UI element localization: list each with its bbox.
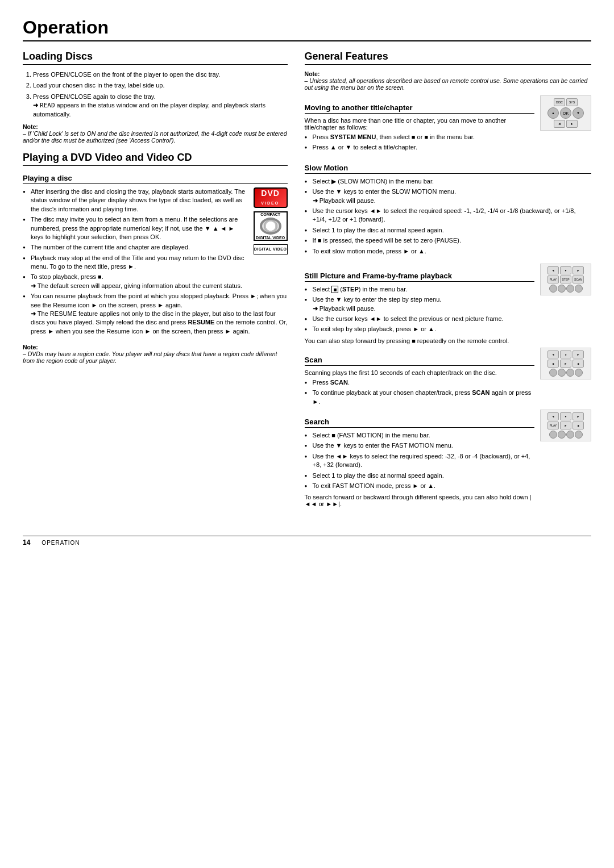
still-remote-circle2 [558,285,566,293]
search-remote-btn2: ▼ [560,412,571,420]
playing-disc-bullet-6: You can resume playback from the point a… [23,292,288,336]
still-extra: You can also step forward by pressing ■ … [305,337,534,344]
search-remote-graphic: ◄ ▼ ► PLAY ► ■ [540,410,591,441]
search-remote-circle3 [566,431,574,439]
search-bullets: Select ■ (FAST MOTION) in the menu bar. … [305,431,534,490]
playing-disc-subtitle: Playing a disc [23,174,288,184]
page-title: Operation [23,17,591,41]
moving-title-section: Moving to another title/chapter When a d… [305,95,591,156]
footer-page-number: 14 [23,539,30,546]
still-remote-btn2: ▼ [560,266,571,274]
still-remote-graphic: ◄ ▼ ► PLAY STEP SCAN [540,264,591,295]
search-remote-btn4: PLAY [547,422,559,429]
scan-remote-btn6: ■ [572,360,584,368]
left-column: Loading Discs Press OPEN/CLOSE on the fr… [23,51,288,519]
general-features-note: Note: – Unless stated, all operations de… [305,70,591,91]
playing-disc-bullet-3: The number of the current title and chap… [23,243,288,252]
playing-disc-bullet-2: The disc may invite you to select an ite… [23,215,288,241]
still-bullet-4: To exit step by step playback, press ► o… [305,325,534,333]
scan-remote-btn1: ◄ [547,350,559,358]
moving-title-content: Moving to another title/chapter When a d… [305,95,534,156]
search-bullet-2: Use the ▼ keys to enter the FAST MOTION … [305,441,534,450]
search-section: Search Select ■ (FAST MOTION) in the men… [305,410,591,511]
remote-btn-ok: OK [560,107,571,119]
scan-content: Scan Scanning plays the first 10 seconds… [305,348,534,410]
still-remote-circle4 [575,285,583,293]
remote-btn-up: ▲ [547,107,559,119]
still-bullet-2: Use the ▼ key to enter the step by step … [305,295,534,313]
scan-subtitle: Scan [305,356,534,366]
scan-remote-circle3 [566,369,574,377]
slow-motion-bullet-4: Select 1 to play the disc at normal spee… [305,226,591,235]
scan-remote-circle2 [558,369,566,377]
still-picture-section: Still Picture and Frame-by-frame playbac… [305,264,591,348]
search-remote-circle4 [575,431,583,439]
playing-dvd-section: Playing a DVD Video and Video CD Playing… [23,152,288,364]
remote-btn-disc: DISC [554,98,565,106]
remote-btn-left2: ◄ [554,120,565,128]
search-bullet-1: Select ■ (FAST MOTION) in the menu bar. [305,431,534,440]
loading-steps-list: Press OPEN/CLOSE on the front of the pla… [23,70,288,119]
remote-btn-down: ▼ [572,107,584,119]
loading-discs-section: Loading Discs Press OPEN/CLOSE on the fr… [23,51,288,144]
right-column: General Features Note: – Unless stated, … [305,51,591,519]
search-subtitle: Search [305,418,534,428]
still-bullet-3: Use the cursor keys ◄► to select the pre… [305,315,534,323]
loading-step-1: Press OPEN/CLOSE on the front of the pla… [33,70,288,79]
loading-step-3: Press OPEN/CLOSE again to close the tray… [33,93,288,119]
slow-motion-bullet-5: If ■ is pressed, the speed will be set t… [305,236,591,245]
scan-remote-btn5: ► [560,360,571,368]
search-remote-btn6: ■ [572,422,584,429]
search-remote-circle1 [549,431,557,439]
search-remote-circle2 [558,431,566,439]
search-remote-btn5: ► [560,422,571,429]
scan-section: Scan Scanning plays the first 10 seconds… [305,348,591,410]
moving-bullet-1: Press SYSTEM MENU, then select ■ or ■ in… [305,133,534,141]
search-bullet-4: Select 1 to play the disc at normal spee… [305,471,534,480]
dvd-note: Note: – DVDs may have a region code. You… [23,344,288,364]
general-features-title: General Features [305,51,591,65]
search-content: Search Select ■ (FAST MOTION) in the men… [305,410,534,511]
loading-step-2: Load your chosen disc in the tray, label… [33,81,288,90]
playing-disc-bullets: After inserting the disc and closing the… [23,187,288,336]
still-bullet-1: Select ■ (STEP) in the menu bar. [305,285,534,294]
scan-remote-circle4 [575,369,583,377]
playing-disc-bullet-5: To stop playback, press ■. ➜ The default… [23,273,288,290]
moving-remote-graphic: DISC SYS ▲ OK ▼ ◄ ► [540,95,591,131]
slow-motion-bullets: Select ▶ (SLOW MOTION) in the menu bar. … [305,177,591,256]
moving-title-subtitle: Moving to another title/chapter [305,103,534,114]
scan-remote-btn4: ■ [547,360,559,368]
scan-bullet-2: To continue playback at your chosen chap… [305,389,534,406]
slow-motion-bullet-1: Select ▶ (SLOW MOTION) in the menu bar. [305,177,591,186]
slow-motion-subtitle: Slow Motion [305,164,591,174]
slow-motion-bullet-2: Use the ▼ keys to enter the SLOW MOTION … [305,187,591,205]
playing-disc-bullet-4: Playback may stop at the end of the Titl… [23,254,288,272]
still-picture-subtitle: Still Picture and Frame-by-frame playbac… [305,272,534,282]
search-remote-btn1: ◄ [547,412,559,420]
moving-title-bullets: Press SYSTEM MENU, then select ■ or ■ in… [305,133,534,152]
search-bullet-3: Use the ◄► keys to select the required s… [305,452,534,470]
still-remote-btn3: ► [572,266,584,274]
remote-btn-system: SYS [566,98,578,106]
moving-bullet-2: Press ▲ or ▼ to select a title/chapter. [305,143,534,152]
still-remote-btn5: STEP [560,276,571,283]
scan-remote-btn3: ► [572,350,584,358]
still-picture-content: Still Picture and Frame-by-frame playbac… [305,264,534,348]
scan-remote-circle1 [549,369,557,377]
scan-remote-graphic: ◄ ● ► ■ ► ■ [540,348,591,379]
loading-note: Note: – If 'Child Lock' is set to ON and… [23,123,288,144]
still-remote-circle3 [566,285,574,293]
still-remote-btn4: PLAY [547,276,559,283]
scan-intro: Scanning plays the first 10 seconds of e… [305,369,534,376]
search-bullet-5: To exit FAST MOTION mode, press ► or ▲. [305,482,534,490]
slow-motion-bullet-6: To exit slow motion mode, press ► or ▲. [305,247,591,256]
slow-motion-section: Slow Motion Select ▶ (SLOW MOTION) in th… [305,164,591,256]
playing-dvd-title: Playing a DVD Video and Video CD [23,152,288,166]
moving-title-intro: When a disc has more than one title or c… [305,117,534,131]
search-extra: To search forward or backward through di… [305,494,534,507]
still-remote-btn6: SCAN [572,276,584,283]
playing-disc-bullet-1: After inserting the disc and closing the… [23,187,288,214]
slow-motion-bullet-3: Use the cursor keys ◄► to select the req… [305,207,591,224]
search-remote-btn3: ► [572,412,584,420]
remote-btn-right2: ► [566,120,578,128]
